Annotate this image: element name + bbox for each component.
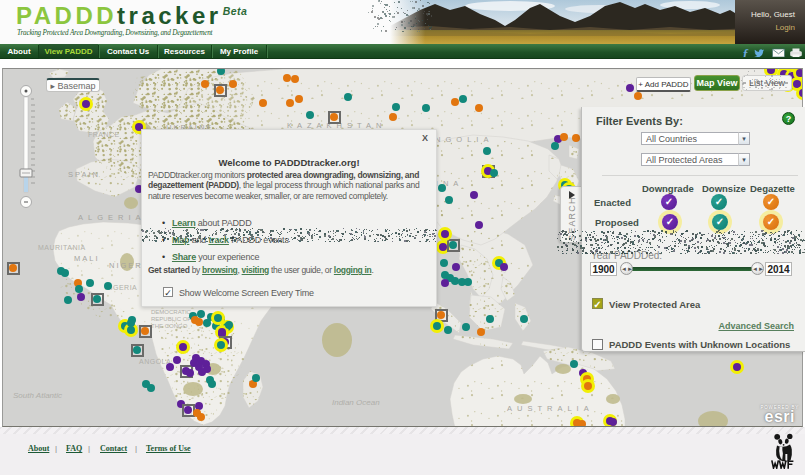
svg-text:SEARCH: SEARCH bbox=[567, 196, 577, 241]
svg-text:f: f bbox=[743, 46, 749, 57]
